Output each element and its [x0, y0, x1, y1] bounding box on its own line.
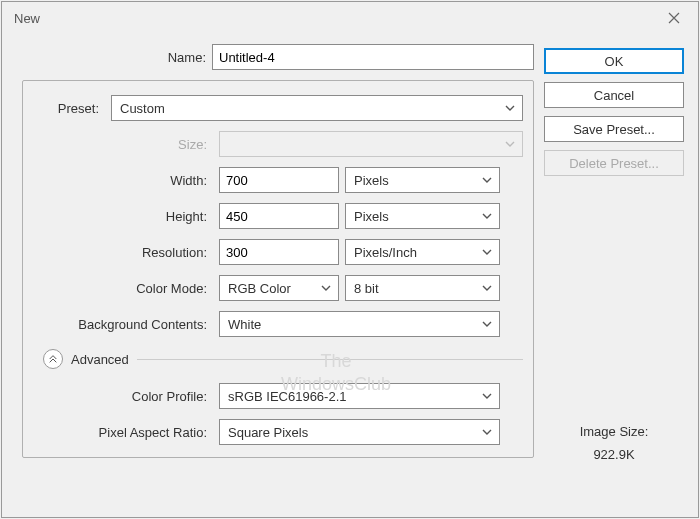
bgcontents-select[interactable]: White: [219, 311, 500, 337]
resolution-input[interactable]: [219, 239, 339, 265]
bitdepth-select[interactable]: 8 bit: [345, 275, 500, 301]
width-input[interactable]: [219, 167, 339, 193]
image-size-block: Image Size: 922.9K: [544, 424, 684, 462]
chevron-down-icon: [481, 246, 493, 258]
chevron-down-icon: [481, 318, 493, 330]
divider: [137, 359, 523, 360]
bitdepth-value: 8 bit: [354, 281, 379, 296]
width-unit-value: Pixels: [354, 173, 389, 188]
chevron-down-icon: [481, 174, 493, 186]
preset-label: Preset:: [33, 101, 105, 116]
height-label: Height:: [33, 209, 213, 224]
close-button[interactable]: [654, 4, 694, 32]
chevron-up-double-icon: [48, 354, 58, 364]
width-label: Width:: [33, 173, 213, 188]
pixelaspect-select[interactable]: Square Pixels: [219, 419, 500, 445]
titlebar: New: [2, 2, 698, 34]
bgcontents-value: White: [228, 317, 261, 332]
save-preset-button[interactable]: Save Preset...: [544, 116, 684, 142]
image-size-value: 922.9K: [544, 447, 684, 462]
colorprofile-select[interactable]: sRGB IEC61966-2.1: [219, 383, 500, 409]
new-document-dialog: New Name: Preset: Custom Size:: [1, 1, 699, 518]
colorprofile-value: sRGB IEC61966-2.1: [228, 389, 347, 404]
height-input[interactable]: [219, 203, 339, 229]
chevron-down-icon: [481, 426, 493, 438]
chevron-down-icon: [481, 390, 493, 402]
chevron-down-icon: [481, 282, 493, 294]
settings-fieldset: Preset: Custom Size: Width:: [22, 80, 534, 458]
bgcontents-label: Background Contents:: [33, 317, 213, 332]
chevron-down-icon: [320, 282, 332, 294]
pixelaspect-label: Pixel Aspect Ratio:: [33, 425, 213, 440]
size-label: Size:: [33, 137, 213, 152]
cancel-button[interactable]: Cancel: [544, 82, 684, 108]
chevron-down-icon: [504, 138, 516, 150]
resolution-unit-select[interactable]: Pixels/Inch: [345, 239, 500, 265]
preset-value: Custom: [120, 101, 165, 116]
resolution-label: Resolution:: [33, 245, 213, 260]
advanced-toggle[interactable]: [43, 349, 63, 369]
height-unit-value: Pixels: [354, 209, 389, 224]
height-unit-select[interactable]: Pixels: [345, 203, 500, 229]
colormode-value: RGB Color: [228, 281, 291, 296]
image-size-label: Image Size:: [544, 424, 684, 439]
resolution-unit-value: Pixels/Inch: [354, 245, 417, 260]
colormode-label: Color Mode:: [33, 281, 213, 296]
name-label: Name:: [22, 50, 212, 65]
advanced-label: Advanced: [71, 352, 129, 367]
ok-button[interactable]: OK: [544, 48, 684, 74]
dialog-title: New: [14, 11, 40, 26]
name-input[interactable]: [212, 44, 534, 70]
delete-preset-button: Delete Preset...: [544, 150, 684, 176]
chevron-down-icon: [481, 210, 493, 222]
pixelaspect-value: Square Pixels: [228, 425, 308, 440]
close-icon: [668, 12, 680, 24]
size-select: [219, 131, 523, 157]
colorprofile-label: Color Profile:: [33, 389, 213, 404]
chevron-down-icon: [504, 102, 516, 114]
preset-select[interactable]: Custom: [111, 95, 523, 121]
colormode-select[interactable]: RGB Color: [219, 275, 339, 301]
width-unit-select[interactable]: Pixels: [345, 167, 500, 193]
